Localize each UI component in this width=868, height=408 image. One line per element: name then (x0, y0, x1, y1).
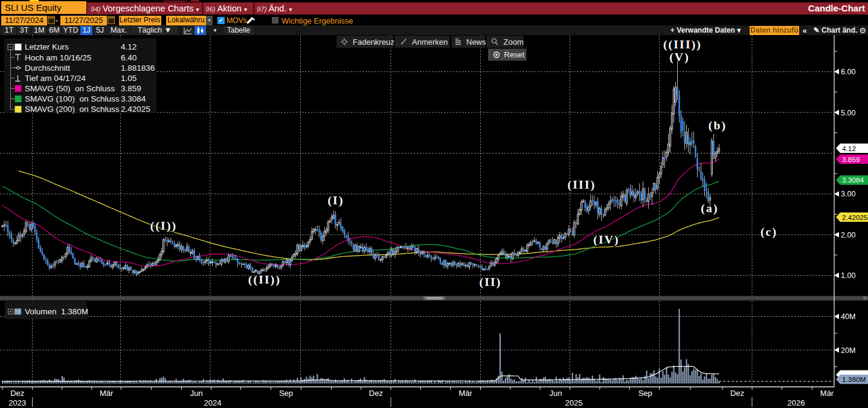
svg-text:(V): (V) (669, 51, 690, 64)
svg-text:1.881836: 1.881836 (121, 63, 155, 73)
svg-text:(IV): (IV) (593, 233, 619, 247)
svg-text:2025: 2025 (565, 398, 583, 407)
svg-text:Sep: Sep (279, 389, 293, 398)
svg-text:SMAVG (50) on Schluss: SMAVG (50) on Schluss (25, 84, 115, 93)
svg-text:(III): (III) (568, 178, 596, 192)
svg-text:40M: 40M (841, 312, 855, 321)
svg-text:1.00: 1.00 (841, 271, 855, 280)
svg-text:Sep: Sep (638, 389, 652, 398)
svg-text:5.00: 5.00 (841, 109, 855, 117)
svg-text:6.00: 6.00 (841, 68, 855, 76)
svg-text:Dez: Dez (10, 389, 24, 398)
svg-text:(I): (I) (327, 194, 344, 207)
svg-text:1.05: 1.05 (121, 74, 137, 83)
svg-text:6.40: 6.40 (121, 53, 137, 62)
svg-text:Tief am 04/17/24: Tief am 04/17/24 (25, 74, 86, 83)
svg-text:3.3084: 3.3084 (842, 176, 864, 184)
svg-text:(a): (a) (701, 202, 718, 215)
svg-text:SMAVG (100) on Schluss: SMAVG (100) on Schluss (25, 94, 120, 103)
svg-text:Fadenkreuz: Fadenkreuz (353, 37, 394, 47)
svg-text:Jun: Jun (549, 389, 562, 398)
svg-text:Durchschnitt: Durchschnitt (25, 63, 70, 73)
svg-text:1.380M: 1.380M (842, 375, 866, 384)
svg-text:Jun: Jun (190, 389, 203, 398)
svg-text:Mär: Mär (100, 389, 114, 398)
svg-text:Hoch am 10/16/25: Hoch am 10/16/25 (25, 53, 91, 62)
svg-text:News: News (466, 37, 486, 47)
svg-text:(b): (b) (709, 119, 727, 132)
svg-text:(II): (II) (480, 276, 502, 289)
svg-text:2.42025: 2.42025 (121, 105, 150, 114)
svg-text:3.859: 3.859 (842, 155, 860, 164)
svg-text:Mär: Mär (820, 389, 834, 398)
svg-text:3.859: 3.859 (121, 84, 141, 93)
svg-text:Anmerken: Anmerken (412, 37, 448, 47)
svg-text:Mär: Mär (459, 389, 473, 398)
svg-text:2.42025: 2.42025 (842, 213, 868, 222)
svg-text:((II)): ((II)) (248, 273, 281, 287)
svg-text:Letzter Kurs: Letzter Kurs (25, 42, 69, 51)
svg-text:Volumen 1.380M: Volumen 1.380M (25, 307, 88, 316)
svg-text:4.12: 4.12 (121, 42, 137, 51)
svg-text:((I)): ((I)) (150, 219, 178, 233)
svg-text:Zoom: Zoom (504, 37, 524, 47)
svg-text:3.3084: 3.3084 (121, 94, 146, 103)
svg-text:Reset: Reset (504, 50, 525, 59)
svg-text:20M: 20M (841, 346, 855, 355)
svg-text:4.12: 4.12 (842, 144, 856, 153)
svg-text:2026: 2026 (788, 398, 805, 407)
svg-text:2023: 2023 (8, 398, 26, 407)
svg-text:Dez: Dez (369, 389, 383, 398)
svg-text:3.00: 3.00 (841, 190, 855, 198)
svg-text:((III)): ((III)) (663, 38, 702, 51)
svg-text:Dez: Dez (730, 389, 744, 398)
svg-text:2.00: 2.00 (841, 231, 855, 239)
svg-text:(c): (c) (760, 225, 777, 239)
svg-text:2024: 2024 (204, 398, 222, 407)
svg-text:SMAVG (200) on Schluss: SMAVG (200) on Schluss (25, 105, 120, 114)
